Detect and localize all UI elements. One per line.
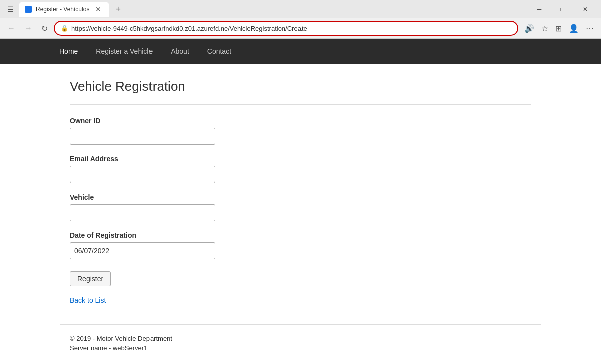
new-tab-button[interactable]: + xyxy=(111,4,125,15)
email-input[interactable] xyxy=(70,166,215,183)
window-controls: ─ □ ✕ xyxy=(528,0,597,18)
forward-button[interactable]: → xyxy=(21,22,35,35)
footer-copyright: © 2019 - Motor Vehicle Department xyxy=(70,335,531,342)
vehicle-group: Vehicle xyxy=(70,193,531,221)
back-to-list-link[interactable]: Back to List xyxy=(70,296,106,304)
browser-chrome: ☰ Register - Vehículos ✕ + ─ □ ✕ ← → ↻ 🔒… xyxy=(0,0,601,39)
menu-button[interactable]: ⋯ xyxy=(583,22,597,35)
date-label: Date of Registration xyxy=(70,231,531,239)
profile-button[interactable]: 👤 xyxy=(566,22,582,35)
maximize-button[interactable]: □ xyxy=(551,0,574,18)
page-title: Vehicle Registration xyxy=(70,79,531,94)
registration-form: Owner ID Email Address Vehicle Date of R… xyxy=(70,117,531,286)
browser-titlebar: ☰ Register - Vehículos ✕ + ─ □ ✕ xyxy=(0,0,601,18)
collections-button[interactable]: ⊞ xyxy=(552,22,565,35)
register-button[interactable]: Register xyxy=(70,271,111,286)
read-aloud-button[interactable]: 🔊 xyxy=(521,22,537,35)
nav-contact[interactable]: Contact xyxy=(198,40,240,62)
footer-server: Server name - webServer1 xyxy=(70,344,531,352)
close-button[interactable]: ✕ xyxy=(574,0,597,18)
nav-about[interactable]: About xyxy=(162,40,198,62)
nav-register[interactable]: Register a Vehicle xyxy=(87,40,162,62)
vehicle-label: Vehicle xyxy=(70,193,531,201)
tab-close-button[interactable]: ✕ xyxy=(93,4,103,14)
browser-toolbar: ← → ↻ 🔒 🔊 ☆ ⊞ 👤 ⋯ xyxy=(0,18,601,38)
back-button[interactable]: ← xyxy=(4,22,18,35)
browser-tab[interactable]: Register - Vehículos ✕ xyxy=(19,2,109,17)
sidebar-toggle-button[interactable]: ☰ xyxy=(4,3,17,15)
owner-id-group: Owner ID xyxy=(70,117,531,145)
owner-id-input[interactable] xyxy=(70,128,215,145)
lock-icon: 🔒 xyxy=(61,25,68,32)
toolbar-icons: 🔊 ☆ ⊞ 👤 ⋯ xyxy=(521,22,597,35)
vehicle-input[interactable] xyxy=(70,204,215,221)
site-nav: Home Register a Vehicle About Contact xyxy=(0,39,601,64)
tab-favicon xyxy=(25,6,32,13)
address-bar-container[interactable]: 🔒 xyxy=(54,21,518,36)
refresh-button[interactable]: ↻ xyxy=(38,22,51,35)
owner-id-label: Owner ID xyxy=(70,117,531,125)
date-group: Date of Registration xyxy=(70,231,531,259)
email-label: Email Address xyxy=(70,155,531,163)
address-bar[interactable] xyxy=(71,25,511,32)
favorites-button[interactable]: ☆ xyxy=(538,22,551,35)
form-divider xyxy=(70,104,531,105)
minimize-button[interactable]: ─ xyxy=(528,0,551,18)
site-footer: © 2019 - Motor Vehicle Department Server… xyxy=(60,324,541,364)
page-content: Vehicle Registration Owner ID Email Addr… xyxy=(60,64,541,324)
email-group: Email Address xyxy=(70,155,531,183)
date-input[interactable] xyxy=(70,242,215,259)
nav-home[interactable]: Home xyxy=(50,40,87,62)
tab-title: Register - Vehículos xyxy=(36,6,89,13)
